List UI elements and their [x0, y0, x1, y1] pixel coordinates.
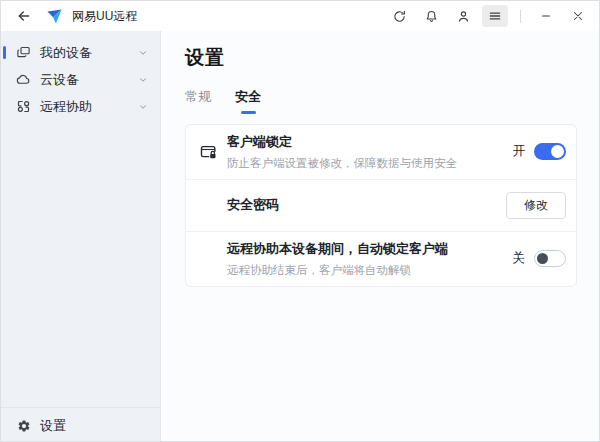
titlebar-right: [386, 5, 591, 27]
client-lock-row: 客户端锁定 防止客户端设置被修改，保障数据与使用安全 开: [186, 125, 576, 179]
close-button[interactable]: [565, 5, 591, 27]
sidebar-settings-label: 设置: [40, 417, 66, 435]
sidebar-settings-button[interactable]: 设置: [1, 407, 160, 442]
notifications-button[interactable]: [418, 5, 444, 27]
page-title: 设置: [185, 45, 599, 71]
auto-lock-row: 远程协助本设备期间，自动锁定客户端 远程协助结束后，客户端将自动解锁 关: [186, 231, 576, 286]
auto-lock-title: 远程协助本设备期间，自动锁定客户端: [227, 240, 503, 259]
client-lock-state-label: 开: [513, 143, 526, 160]
titlebar-left: 网易UU远程: [11, 5, 137, 27]
refresh-icon: [392, 9, 407, 24]
refresh-button[interactable]: [386, 5, 412, 27]
auto-lock-toggle[interactable]: [534, 250, 566, 267]
hamburger-menu-icon: [488, 9, 502, 23]
auto-lock-state-label: 关: [513, 250, 526, 267]
auto-lock-controls: 关: [513, 250, 567, 267]
back-button[interactable]: [11, 5, 37, 27]
sidebar-item-my-devices[interactable]: 我的设备: [1, 39, 160, 66]
chevron-down-icon: [138, 102, 148, 112]
client-lock-icon: [199, 142, 219, 162]
main-menu-button[interactable]: [482, 5, 508, 27]
security-password-controls: 修改: [506, 192, 566, 219]
account-button[interactable]: [450, 5, 476, 27]
devices-icon: [16, 45, 31, 60]
modify-password-button[interactable]: 修改: [506, 192, 566, 219]
security-password-text: 安全密码: [227, 196, 496, 215]
client-lock-title: 客户端锁定: [227, 133, 503, 152]
settings-panel: 设置 常规 安全 客户端锁定 防止客户端设置被修改，保障数据与使用安全 开: [161, 31, 599, 442]
chevron-down-icon: [138, 75, 148, 85]
app-window: 网易UU远程: [0, 0, 600, 442]
auto-lock-description: 远程协助结束后，客户端将自动解锁: [227, 262, 503, 278]
security-password-row: 安全密码 修改: [186, 179, 576, 231]
security-password-title: 安全密码: [227, 196, 496, 215]
client-lock-toggle[interactable]: [534, 143, 566, 160]
settings-tabs: 常规 安全: [185, 88, 599, 114]
auto-lock-text: 远程协助本设备期间，自动锁定客户端 远程协助结束后，客户端将自动解锁: [227, 240, 503, 278]
back-arrow-icon: [16, 8, 32, 24]
app-title: 网易UU远程: [72, 8, 137, 25]
sidebar: 我的设备 云设备 远程协助: [1, 31, 161, 442]
gear-icon: [17, 419, 31, 433]
sidebar-item-label: 我的设备: [40, 44, 92, 62]
cloud-icon: [16, 72, 31, 87]
tab-general[interactable]: 常规: [185, 88, 211, 114]
client-lock-description: 防止客户端设置被修改，保障数据与使用安全: [227, 155, 503, 171]
chevron-down-icon: [138, 48, 148, 58]
tab-security[interactable]: 安全: [235, 88, 261, 114]
minimize-button[interactable]: [533, 5, 559, 27]
app-logo-icon: [46, 8, 63, 25]
client-lock-controls: 开: [513, 143, 567, 160]
bell-icon: [424, 9, 439, 24]
app-body: 我的设备 云设备 远程协助: [1, 31, 599, 442]
titlebar-divider: [520, 10, 521, 23]
remote-assist-icon: [16, 99, 31, 114]
toggle-knob: [551, 145, 564, 158]
titlebar: 网易UU远程: [1, 1, 599, 31]
toggle-knob: [537, 253, 548, 264]
client-lock-text: 客户端锁定 防止客户端设置被修改，保障数据与使用安全: [227, 133, 503, 171]
sidebar-item-label: 云设备: [40, 71, 79, 89]
sidebar-item-remote-assist[interactable]: 远程协助: [1, 93, 160, 120]
sidebar-item-cloud-devices[interactable]: 云设备: [1, 66, 160, 93]
user-icon: [456, 9, 471, 24]
close-icon: [571, 9, 585, 23]
sidebar-item-label: 远程协助: [40, 98, 92, 116]
minimize-icon: [539, 9, 553, 23]
security-settings-card: 客户端锁定 防止客户端设置被修改，保障数据与使用安全 开 安全密码 修改: [185, 124, 577, 287]
